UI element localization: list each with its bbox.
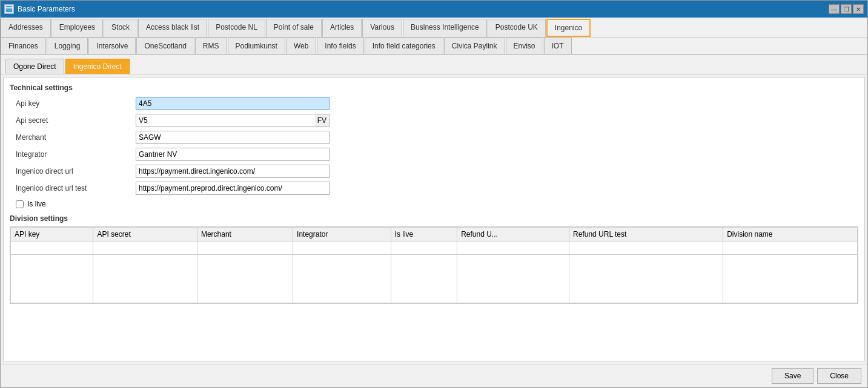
tab-podiumkunst[interactable]: Podiumkunst (228, 38, 285, 54)
division-settings-section: Division settings API key API secret Mer… (10, 214, 858, 304)
ingenico-url-row: Ingenico direct url (10, 165, 858, 178)
restore-button[interactable]: ❐ (841, 4, 852, 14)
tab-business-intelligence[interactable]: Business Intelligence (403, 19, 487, 37)
merchant-input[interactable] (136, 131, 330, 144)
sub-tab-ingenico-direct[interactable]: Ingenico Direct (65, 59, 130, 74)
api-secret-wrapper: FV (136, 114, 330, 127)
integrator-label: Integrator (10, 150, 131, 159)
technical-settings-section: Technical settings Api key Api secret FV… (10, 84, 858, 208)
close-button-bottom[interactable]: Close (817, 368, 861, 384)
tab-iot[interactable]: IOT (544, 38, 572, 54)
table-row (11, 242, 858, 255)
integrator-row: Integrator (10, 148, 858, 161)
api-key-label: Api key (10, 99, 131, 108)
tab-intersolve[interactable]: Intersolve (88, 38, 136, 54)
technical-settings-title: Technical settings (10, 84, 858, 92)
tab-employees[interactable]: Employees (51, 19, 103, 37)
api-key-input[interactable] (136, 97, 330, 110)
col-division-name: Division name (723, 228, 858, 242)
ingenico-url-input[interactable] (136, 165, 330, 178)
sub-tab-ogone-direct[interactable]: Ogone Direct (5, 59, 64, 74)
ingenico-url-test-label: Ingenico direct url test (10, 184, 131, 192)
table-header-row: API key API secret Merchant Integrator I… (11, 228, 858, 242)
tab-info-fields[interactable]: Info fields (317, 38, 363, 54)
save-button[interactable]: Save (772, 368, 813, 384)
tab-row-2: Finances Logging Intersolve OneScotland … (1, 38, 867, 55)
tab-rms[interactable]: RMS (195, 38, 227, 54)
tab-web[interactable]: Web (286, 38, 316, 54)
api-secret-row: Api secret FV (10, 114, 858, 127)
ingenico-url-test-row: Ingenico direct url test (10, 182, 858, 195)
tab-onescotland[interactable]: OneScotland (136, 38, 194, 54)
division-table: API key API secret Merchant Integrator I… (10, 227, 858, 303)
col-refund-u: Refund U... (457, 228, 569, 242)
is-live-row: Is live (16, 200, 858, 208)
tab-point-of-sale[interactable]: Point of sale (266, 19, 322, 37)
col-merchant: Merchant (197, 228, 293, 242)
col-api-secret: API secret (93, 228, 197, 242)
tab-civica-paylink[interactable]: Civica Paylink (444, 38, 505, 54)
main-window: Basic Parameters — ❐ ✕ Addresses Employe… (0, 0, 868, 388)
is-live-checkbox[interactable] (16, 200, 24, 208)
svg-rect-0 (5, 5, 13, 13)
col-refund-url-test: Refund URL test (569, 228, 723, 242)
tab-finances[interactable]: Finances (1, 38, 46, 54)
title-bar: Basic Parameters — ❐ ✕ (1, 1, 867, 18)
window-icon (4, 4, 14, 14)
col-integrator: Integrator (293, 228, 391, 242)
ingenico-url-label: Ingenico direct url (10, 167, 131, 176)
api-secret-suffix: FV (315, 114, 330, 127)
tab-postcode-nl[interactable]: Postcode NL (208, 19, 265, 37)
main-content: Technical settings Api key Api secret FV… (3, 77, 865, 361)
tab-articles[interactable]: Articles (322, 19, 362, 37)
tab-ingenico[interactable]: Ingenico (546, 19, 591, 37)
tab-enviso[interactable]: Enviso (506, 38, 543, 54)
sub-tab-row: Ogone Direct Ingenico Direct (1, 55, 867, 74)
tab-info-field-categories[interactable]: Info field categories (365, 38, 443, 54)
bottom-bar: Save Close (1, 364, 867, 387)
tab-postcode-uk[interactable]: Postcode UK (488, 19, 546, 37)
tab-various[interactable]: Various (362, 19, 402, 37)
window-title: Basic Parameters (18, 5, 825, 13)
window-controls: — ❐ ✕ (829, 4, 864, 14)
tab-addresses[interactable]: Addresses (1, 19, 51, 37)
division-settings-title: Division settings (10, 214, 858, 223)
col-api-key: API key (11, 228, 93, 242)
col-is-live: Is live (391, 228, 457, 242)
api-secret-label: Api secret (10, 116, 131, 125)
tab-logging[interactable]: Logging (47, 38, 88, 54)
merchant-row: Merchant (10, 131, 858, 144)
ingenico-url-test-input[interactable] (136, 182, 330, 195)
integrator-input[interactable] (136, 148, 330, 161)
minimize-button[interactable]: — (829, 4, 840, 14)
division-table-container: API key API secret Merchant Integrator I… (10, 226, 858, 304)
tab-row-1: Addresses Employees Stock Access black l… (1, 18, 867, 38)
api-key-row: Api key (10, 97, 858, 110)
api-secret-input[interactable] (136, 114, 315, 127)
merchant-label: Merchant (10, 133, 131, 142)
is-live-label: Is live (27, 200, 46, 208)
tab-access-black-list[interactable]: Access black list (138, 19, 207, 37)
close-button[interactable]: ✕ (853, 4, 864, 14)
table-row (11, 255, 858, 303)
tab-stock[interactable]: Stock (104, 19, 137, 37)
